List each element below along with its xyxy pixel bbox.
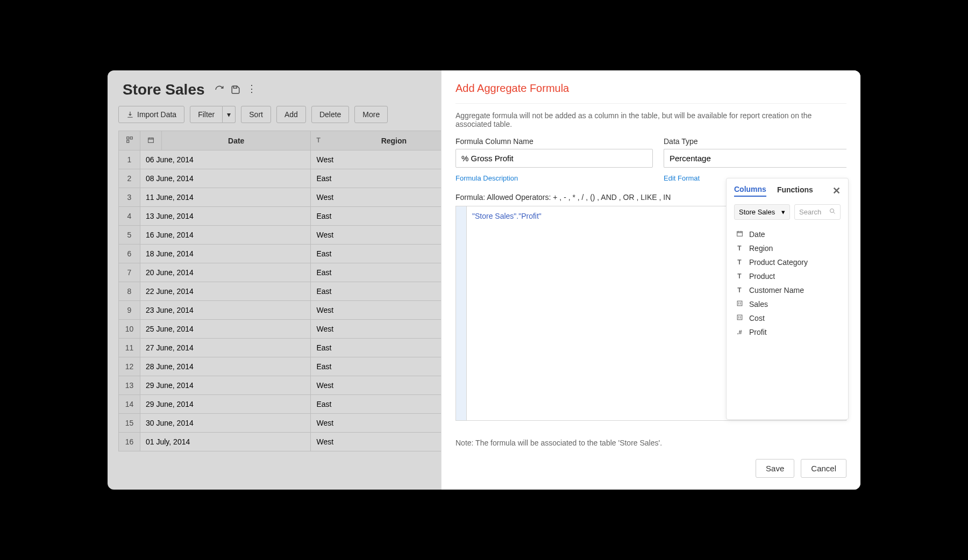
column-label: Profit: [749, 328, 767, 336]
row-number: 1: [119, 150, 140, 169]
cell-date: 25 June, 2014: [140, 320, 311, 339]
date-type-icon: [140, 131, 162, 150]
column-label: Date: [749, 230, 765, 239]
column-item[interactable]: TRegion: [734, 241, 841, 255]
add-button[interactable]: Add: [276, 106, 306, 123]
import-label: Import Data: [137, 110, 176, 119]
column-label: Sales: [749, 300, 768, 308]
column-item[interactable]: TProduct: [734, 269, 841, 283]
save-icon[interactable]: [231, 85, 240, 95]
column-label: Customer Name: [749, 286, 804, 295]
columns-side-panel: Columns Functions ✕ Store Sales ▾ Search…: [726, 178, 849, 420]
cancel-button[interactable]: Cancel: [801, 459, 846, 478]
svg-point-5: [830, 209, 834, 213]
row-number: 9: [119, 301, 140, 320]
page-title: Store Sales: [123, 81, 205, 98]
formula-column-name-input[interactable]: [455, 149, 653, 168]
modal-description: Aggregate formula will not be added as a…: [455, 111, 846, 128]
cell-date: 27 June, 2014: [140, 339, 311, 357]
cell-date: 01 July, 2014: [140, 433, 311, 451]
tab-functions[interactable]: Functions: [777, 185, 813, 196]
formula-note: Note: The formula will be associated to …: [455, 439, 846, 447]
col-date[interactable]: Date: [162, 131, 311, 150]
import-data-button[interactable]: Import Data: [118, 106, 184, 123]
column-item[interactable]: TProduct Category: [734, 255, 841, 269]
column-label: Product Category: [749, 258, 808, 267]
row-number: 3: [119, 188, 140, 207]
row-number: 6: [119, 245, 140, 263]
svg-rect-1: [126, 137, 129, 139]
row-number: 4: [119, 207, 140, 226]
search-icon: [829, 208, 836, 216]
row-number: 11: [119, 339, 140, 357]
cell-date: 16 June, 2014: [140, 226, 311, 245]
column-item[interactable]: Date: [734, 227, 841, 241]
row-number: 16: [119, 433, 140, 451]
column-item[interactable]: TCustomer Name: [734, 283, 841, 297]
column-item[interactable]: Cost: [734, 311, 841, 325]
formula-description-link[interactable]: Formula Description: [455, 174, 653, 182]
more-button[interactable]: More: [354, 106, 388, 123]
cell-date: 28 June, 2014: [140, 357, 311, 376]
formula-token: "Store Sales"."Profit": [472, 212, 542, 220]
import-icon: [126, 111, 134, 118]
row-number: 12: [119, 357, 140, 376]
cell-date: 23 June, 2014: [140, 301, 311, 320]
row-number: 2: [119, 169, 140, 188]
more-icon[interactable]: ⋮: [247, 85, 257, 95]
column-item[interactable]: .#Profit: [734, 325, 841, 339]
sort-button[interactable]: Sort: [241, 106, 271, 123]
cell-date: 08 June, 2014: [140, 169, 311, 188]
data-type-label: Data Type: [664, 137, 846, 146]
column-type-icon: .#: [735, 328, 744, 336]
column-config-icon[interactable]: [119, 131, 140, 150]
cell-date: 06 June, 2014: [140, 150, 311, 169]
column-type-icon: [735, 314, 744, 322]
close-icon[interactable]: ✕: [832, 185, 841, 197]
column-search-input[interactable]: Search: [794, 204, 841, 220]
column-item[interactable]: Sales: [734, 297, 841, 311]
row-number: 5: [119, 226, 140, 245]
modal-title: Add Aggregate Formula: [455, 82, 846, 95]
svg-rect-7: [737, 301, 742, 306]
cell-date: 22 June, 2014: [140, 282, 311, 301]
chevron-down-icon: ▾: [781, 208, 785, 216]
refresh-icon[interactable]: [215, 85, 224, 95]
svg-rect-6: [737, 232, 742, 236]
column-type-icon: T: [735, 259, 744, 266]
svg-rect-2: [130, 137, 132, 139]
column-type-icon: T: [735, 245, 744, 252]
column-label: Cost: [749, 314, 765, 322]
svg-rect-8: [737, 315, 742, 320]
cell-date: 18 June, 2014: [140, 245, 311, 263]
column-type-icon: T: [735, 286, 744, 294]
cell-date: 29 June, 2014: [140, 376, 311, 395]
column-type-icon: [735, 230, 744, 239]
column-type-icon: T: [735, 272, 744, 280]
row-number: 13: [119, 376, 140, 395]
cell-date: 29 June, 2014: [140, 395, 311, 414]
cell-date: 11 June, 2014: [140, 188, 311, 207]
cell-date: 13 June, 2014: [140, 207, 311, 226]
column-label: Product: [749, 272, 775, 281]
app-window: Store Sales ⋮ Import Data Filter ▾ Sort: [108, 70, 860, 490]
row-number: 15: [119, 414, 140, 433]
table-select[interactable]: Store Sales ▾: [734, 204, 790, 220]
row-number: 8: [119, 282, 140, 301]
row-number: 14: [119, 395, 140, 414]
data-type-select[interactable]: [664, 149, 846, 168]
formula-column-name-label: Formula Column Name: [455, 137, 653, 146]
save-button[interactable]: Save: [756, 459, 794, 478]
tab-columns[interactable]: Columns: [734, 185, 766, 197]
cell-date: 30 June, 2014: [140, 414, 311, 433]
filter-dropdown-button[interactable]: ▾: [223, 106, 236, 123]
add-aggregate-formula-panel: Add Aggregate Formula Aggregate formula …: [441, 70, 860, 490]
cell-date: 20 June, 2014: [140, 263, 311, 282]
row-number: 7: [119, 263, 140, 282]
svg-rect-0: [233, 86, 237, 88]
filter-button[interactable]: Filter: [190, 106, 223, 123]
delete-button[interactable]: Delete: [311, 106, 349, 123]
svg-rect-3: [126, 140, 129, 142]
column-label: Region: [749, 244, 773, 253]
column-type-icon: [735, 300, 744, 308]
